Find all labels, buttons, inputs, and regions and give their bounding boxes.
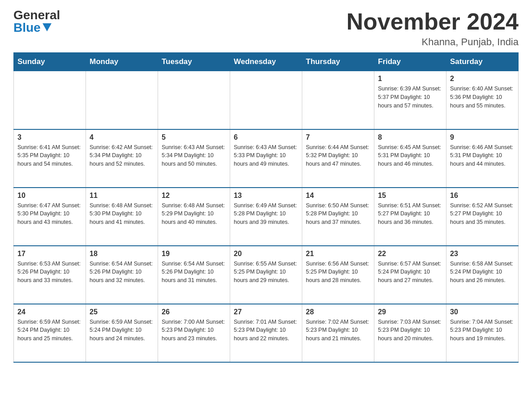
day-number: 15 <box>378 192 442 200</box>
table-row: 15Sunrise: 6:51 AM Sunset: 5:27 PM Dayli… <box>374 188 446 246</box>
day-info: Sunrise: 7:04 AM Sunset: 5:23 PM Dayligh… <box>450 318 515 343</box>
table-row: 6Sunrise: 6:43 AM Sunset: 5:33 PM Daylig… <box>230 129 302 188</box>
table-row: 14Sunrise: 6:50 AM Sunset: 5:28 PM Dayli… <box>302 188 374 246</box>
day-info: Sunrise: 7:03 AM Sunset: 5:23 PM Dayligh… <box>378 318 442 343</box>
table-row: 9Sunrise: 6:46 AM Sunset: 5:31 PM Daylig… <box>446 129 519 188</box>
table-row: 11Sunrise: 6:48 AM Sunset: 5:30 PM Dayli… <box>86 188 158 246</box>
table-row: 29Sunrise: 7:03 AM Sunset: 5:23 PM Dayli… <box>374 304 446 362</box>
day-number: 13 <box>234 192 298 200</box>
day-info: Sunrise: 6:46 AM Sunset: 5:31 PM Dayligh… <box>450 143 515 168</box>
table-row <box>158 71 230 129</box>
table-row: 30Sunrise: 7:04 AM Sunset: 5:23 PM Dayli… <box>446 304 519 362</box>
day-number: 29 <box>378 308 442 316</box>
table-row <box>14 71 86 129</box>
header-sunday: Sunday <box>14 53 86 71</box>
day-info: Sunrise: 7:00 AM Sunset: 5:23 PM Dayligh… <box>162 318 226 343</box>
table-row: 17Sunrise: 6:53 AM Sunset: 5:26 PM Dayli… <box>14 246 86 304</box>
day-info: Sunrise: 6:55 AM Sunset: 5:25 PM Dayligh… <box>234 260 298 285</box>
header-monday: Monday <box>86 53 158 71</box>
table-row: 27Sunrise: 7:01 AM Sunset: 5:23 PM Dayli… <box>230 304 302 362</box>
calendar-week-row: 3Sunrise: 6:41 AM Sunset: 5:35 PM Daylig… <box>14 129 519 188</box>
logo-general-text: General <box>13 9 60 21</box>
table-row: 23Sunrise: 6:58 AM Sunset: 5:24 PM Dayli… <box>446 246 519 304</box>
day-number: 4 <box>90 133 154 141</box>
calendar-table: Sunday Monday Tuesday Wednesday Thursday… <box>13 52 519 363</box>
table-row: 18Sunrise: 6:54 AM Sunset: 5:26 PM Dayli… <box>86 246 158 304</box>
table-row: 1Sunrise: 6:39 AM Sunset: 5:37 PM Daylig… <box>374 71 446 129</box>
table-row: 12Sunrise: 6:48 AM Sunset: 5:29 PM Dayli… <box>158 188 230 246</box>
day-number: 3 <box>17 133 82 141</box>
day-number: 14 <box>306 192 370 200</box>
day-info: Sunrise: 6:53 AM Sunset: 5:26 PM Dayligh… <box>17 260 82 285</box>
day-info: Sunrise: 7:02 AM Sunset: 5:23 PM Dayligh… <box>306 318 370 343</box>
logo-triangle-icon <box>43 23 51 31</box>
day-number: 11 <box>90 192 154 200</box>
day-number: 19 <box>162 250 226 258</box>
day-number: 10 <box>17 192 82 200</box>
day-info: Sunrise: 6:57 AM Sunset: 5:24 PM Dayligh… <box>378 260 442 285</box>
logo: General Blue <box>13 9 60 34</box>
day-number: 30 <box>450 308 515 316</box>
title-block: November 2024 Khanna, Punjab, India <box>347 9 519 48</box>
day-number: 21 <box>306 250 370 258</box>
day-info: Sunrise: 6:42 AM Sunset: 5:34 PM Dayligh… <box>90 143 154 168</box>
table-row <box>230 71 302 129</box>
day-info: Sunrise: 6:54 AM Sunset: 5:26 PM Dayligh… <box>90 260 154 285</box>
day-info: Sunrise: 6:41 AM Sunset: 5:35 PM Dayligh… <box>17 143 82 168</box>
day-number: 12 <box>162 192 226 200</box>
table-row: 8Sunrise: 6:45 AM Sunset: 5:31 PM Daylig… <box>374 129 446 188</box>
day-number: 17 <box>17 250 82 258</box>
day-info: Sunrise: 6:51 AM Sunset: 5:27 PM Dayligh… <box>378 201 442 227</box>
day-number: 7 <box>306 133 370 141</box>
table-row: 20Sunrise: 6:55 AM Sunset: 5:25 PM Dayli… <box>230 246 302 304</box>
day-number: 9 <box>450 133 515 141</box>
day-info: Sunrise: 6:58 AM Sunset: 5:24 PM Dayligh… <box>450 260 515 285</box>
calendar-header-row: Sunday Monday Tuesday Wednesday Thursday… <box>14 53 519 71</box>
day-number: 1 <box>378 75 442 83</box>
day-number: 27 <box>234 308 298 316</box>
table-row: 25Sunrise: 6:59 AM Sunset: 5:24 PM Dayli… <box>86 304 158 362</box>
day-info: Sunrise: 6:43 AM Sunset: 5:34 PM Dayligh… <box>162 143 226 168</box>
day-info: Sunrise: 6:56 AM Sunset: 5:25 PM Dayligh… <box>306 260 370 285</box>
table-row: 21Sunrise: 6:56 AM Sunset: 5:25 PM Dayli… <box>302 246 374 304</box>
table-row: 4Sunrise: 6:42 AM Sunset: 5:34 PM Daylig… <box>86 129 158 188</box>
day-number: 16 <box>450 192 515 200</box>
table-row: 3Sunrise: 6:41 AM Sunset: 5:35 PM Daylig… <box>14 129 86 188</box>
header-friday: Friday <box>374 53 446 71</box>
day-number: 6 <box>234 133 298 141</box>
day-number: 25 <box>90 308 154 316</box>
day-info: Sunrise: 6:49 AM Sunset: 5:28 PM Dayligh… <box>234 201 298 227</box>
day-info: Sunrise: 6:59 AM Sunset: 5:24 PM Dayligh… <box>17 318 82 343</box>
day-number: 23 <box>450 250 515 258</box>
day-info: Sunrise: 6:47 AM Sunset: 5:30 PM Dayligh… <box>17 201 82 227</box>
day-info: Sunrise: 6:48 AM Sunset: 5:30 PM Dayligh… <box>90 201 154 227</box>
table-row: 5Sunrise: 6:43 AM Sunset: 5:34 PM Daylig… <box>158 129 230 188</box>
header-tuesday: Tuesday <box>158 53 230 71</box>
day-info: Sunrise: 6:45 AM Sunset: 5:31 PM Dayligh… <box>378 143 442 168</box>
table-row: 19Sunrise: 6:54 AM Sunset: 5:26 PM Dayli… <box>158 246 230 304</box>
month-title: November 2024 <box>347 9 519 34</box>
table-row: 16Sunrise: 6:52 AM Sunset: 5:27 PM Dayli… <box>446 188 519 246</box>
day-number: 20 <box>234 250 298 258</box>
day-number: 2 <box>450 75 515 83</box>
day-info: Sunrise: 6:52 AM Sunset: 5:27 PM Dayligh… <box>450 201 515 227</box>
header-wednesday: Wednesday <box>230 53 302 71</box>
calendar-week-row: 1Sunrise: 6:39 AM Sunset: 5:37 PM Daylig… <box>14 71 519 129</box>
day-info: Sunrise: 7:01 AM Sunset: 5:23 PM Dayligh… <box>234 318 298 343</box>
page-header: General Blue November 2024 Khanna, Punja… <box>13 9 519 48</box>
header-thursday: Thursday <box>302 53 374 71</box>
day-number: 22 <box>378 250 442 258</box>
table-row: 24Sunrise: 6:59 AM Sunset: 5:24 PM Dayli… <box>14 304 86 362</box>
table-row: 13Sunrise: 6:49 AM Sunset: 5:28 PM Dayli… <box>230 188 302 246</box>
table-row: 7Sunrise: 6:44 AM Sunset: 5:32 PM Daylig… <box>302 129 374 188</box>
day-number: 26 <box>162 308 226 316</box>
calendar-week-row: 17Sunrise: 6:53 AM Sunset: 5:26 PM Dayli… <box>14 246 519 304</box>
calendar-week-row: 24Sunrise: 6:59 AM Sunset: 5:24 PM Dayli… <box>14 304 519 362</box>
day-number: 8 <box>378 133 442 141</box>
day-number: 5 <box>162 133 226 141</box>
header-saturday: Saturday <box>446 53 519 71</box>
table-row <box>86 71 158 129</box>
day-info: Sunrise: 6:44 AM Sunset: 5:32 PM Dayligh… <box>306 143 370 168</box>
table-row: 10Sunrise: 6:47 AM Sunset: 5:30 PM Dayli… <box>14 188 86 246</box>
table-row: 2Sunrise: 6:40 AM Sunset: 5:36 PM Daylig… <box>446 71 519 129</box>
